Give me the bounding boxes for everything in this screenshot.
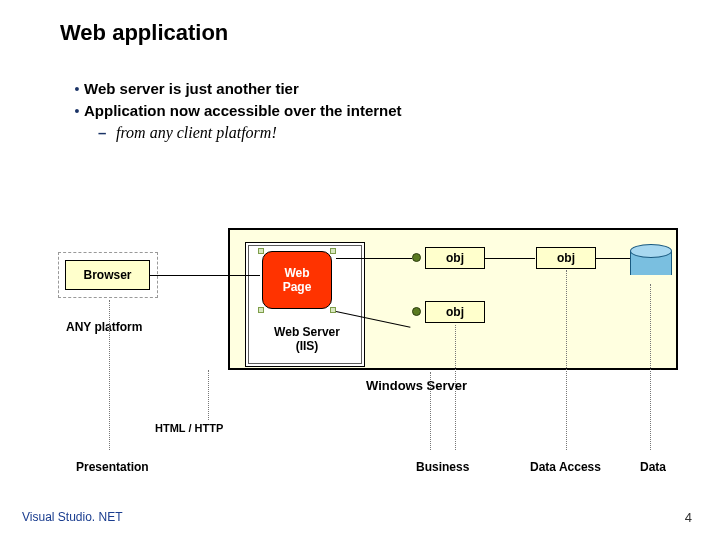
bullet-text: Web server is just another tier [84, 80, 299, 97]
connector-line [150, 275, 260, 276]
resize-handle-icon [258, 248, 264, 254]
slide-title: Web application [60, 20, 228, 46]
resize-handle-icon [258, 307, 264, 313]
any-platform-label: ANY platform [66, 320, 142, 334]
connector-line [336, 258, 412, 259]
web-server-label: Web Server (IIS) [262, 325, 352, 353]
bullet-dot-icon: • [70, 80, 84, 98]
tier-divider [208, 370, 209, 420]
obj-box: obj [425, 247, 485, 269]
web-page-box: Web Page [262, 251, 332, 309]
obj-label: obj [446, 251, 464, 265]
obj-box: obj [536, 247, 596, 269]
windows-server-label: Windows Server [366, 378, 467, 393]
connector-line [485, 258, 535, 259]
tier-business: Business [416, 460, 469, 474]
bullet-list: • Web server is just another tier • Appl… [70, 80, 402, 142]
footer-text: Visual Studio. NET [22, 510, 123, 524]
obj-box: obj [425, 301, 485, 323]
tier-presentation: Presentation [76, 460, 149, 474]
tier-divider [109, 300, 110, 450]
obj-label: obj [557, 251, 575, 265]
connector-dot-icon [412, 253, 421, 262]
database-icon [630, 244, 672, 280]
browser-box: Browser [65, 260, 150, 290]
browser-label: Browser [83, 268, 131, 282]
tier-data: Data [640, 460, 666, 474]
tier-divider [650, 284, 651, 450]
bullet-dot-icon: • [70, 102, 84, 120]
tier-data-access: Data Access [530, 460, 601, 474]
obj-label: obj [446, 305, 464, 319]
connector-dot-icon [412, 307, 421, 316]
tier-divider [566, 270, 567, 450]
resize-handle-icon [330, 248, 336, 254]
connector-line [596, 258, 630, 259]
html-http-label: HTML / HTTP [155, 422, 223, 434]
page-number: 4 [685, 510, 692, 525]
bullet-text: Application now accessible over the inte… [84, 102, 402, 119]
bullet-item: • Web server is just another tier [70, 80, 402, 98]
sub-bullet-text: from any client platform! [116, 124, 277, 142]
resize-handle-icon [330, 307, 336, 313]
dash-icon: – [98, 124, 116, 141]
sub-bullet-item: – from any client platform! [98, 124, 402, 142]
bullet-item: • Application now accessible over the in… [70, 102, 402, 120]
web-page-label: Web Page [283, 266, 312, 294]
